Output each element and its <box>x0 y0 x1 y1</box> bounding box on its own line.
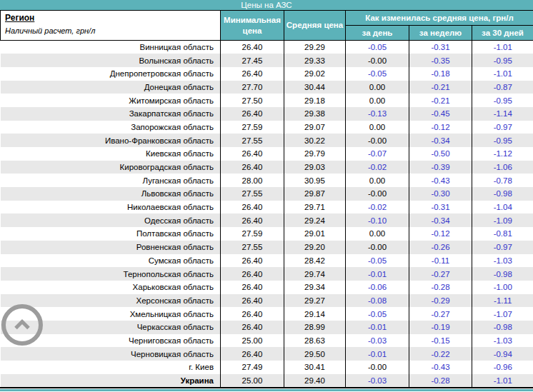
change-week-cell: -0.22 <box>409 347 472 361</box>
min-price-cell: 28.00 <box>221 174 284 187</box>
change-day-header: за день <box>346 26 409 41</box>
fuel-prices-page: Цены на АЗС Регион Наличный расчет, грн/… <box>0 0 533 391</box>
region-cell: Житомирская область <box>1 94 221 107</box>
change-month-cell: -0.87 <box>472 81 533 94</box>
table-row: Запорожская область27.5929.070.00-0.12-0… <box>1 121 533 134</box>
avg-price-cell: 29.14 <box>284 307 346 321</box>
change-month-cell: -0.94 <box>472 347 533 361</box>
min-price-cell: 27.49 <box>221 361 284 374</box>
table-row: Тернопольская область26.4029.74-0.01-0.2… <box>1 267 533 281</box>
change-month-cell: -1.09 <box>472 213 533 227</box>
table-row: Сумская область26.4028.42-0.05-0.11-1.03 <box>1 254 533 268</box>
change-day-cell: -0.07 <box>346 147 409 161</box>
change-day-cell: -0.13 <box>346 107 409 121</box>
change-week-cell: -0.28 <box>409 281 472 294</box>
change-week-cell: -0.18 <box>409 67 472 81</box>
avg-price-cell: 28.99 <box>284 321 346 334</box>
avg-price-cell: 29.50 <box>284 347 346 361</box>
change-month-cell: -0.97 <box>472 121 533 134</box>
avg-price-cell: 29.71 <box>284 201 346 214</box>
region-cell: Винницкая область <box>1 41 221 54</box>
avg-price-cell: 29.40 <box>284 374 346 388</box>
change-week-cell: -0.27 <box>409 267 472 281</box>
region-cell: Запорожская область <box>1 121 221 134</box>
min-price-cell: 26.40 <box>221 41 284 54</box>
change-month-cell: -0.97 <box>472 241 533 254</box>
table-row: г. Киев27.4930.41-0.00-0.43-0.96 <box>1 361 533 374</box>
change-week-cell: -0.26 <box>409 241 472 254</box>
avg-price-cell: 29.24 <box>284 213 346 227</box>
table-header: Регион Наличный расчет, грн/л Минимальна… <box>1 11 533 41</box>
chevron-up-icon <box>9 312 35 338</box>
min-price-cell: 26.40 <box>221 107 284 121</box>
change-day-cell: 0.00 <box>346 81 409 94</box>
change-month-cell: -1.03 <box>472 334 533 348</box>
change-month-cell: -1.07 <box>472 307 533 321</box>
table-row: Волынская область27.4529.33-0.00-0.35-0.… <box>1 54 533 67</box>
region-header-title: Регион <box>5 13 220 23</box>
change-week-cell: -0.19 <box>409 321 472 334</box>
change-month-cell: -0.96 <box>472 361 533 374</box>
region-cell: Днепропетровская область <box>1 67 221 81</box>
change-week-cell: -0.45 <box>409 107 472 121</box>
min-price-cell: 25.00 <box>221 374 284 388</box>
table-row: Харьковская область26.4029.34-0.06-0.28-… <box>1 281 533 294</box>
avg-price-cell: 29.87 <box>284 187 346 201</box>
change-week-cell: -0.31 <box>409 41 472 54</box>
min-price-cell: 27.55 <box>221 241 284 254</box>
change-day-cell: -0.00 <box>346 361 409 374</box>
change-week-cell: -0.12 <box>409 227 472 241</box>
region-cell: Кировоградская область <box>1 161 221 174</box>
change-day-cell: -0.10 <box>346 213 409 227</box>
avg-price-cell: 29.79 <box>284 147 346 161</box>
table-row: Николаевская область26.4029.71-0.02-0.31… <box>1 201 533 214</box>
change-week-cell: -0.35 <box>409 54 472 67</box>
change-month-cell: -0.98 <box>472 321 533 334</box>
table-row: Одесская область26.4029.24-0.10-0.34-1.0… <box>1 213 533 227</box>
change-month-cell: -0.81 <box>472 227 533 241</box>
region-cell: Харьковская область <box>1 281 221 294</box>
bottom-teal-bar <box>0 389 533 391</box>
avg-price-cell: 29.02 <box>284 67 346 81</box>
change-month-header: за 30 дней <box>472 26 533 41</box>
min-price-cell: 26.40 <box>221 254 284 268</box>
region-cell: Тернопольская область <box>1 267 221 281</box>
region-cell: Донецкая область <box>1 81 221 94</box>
change-day-cell: -0.00 <box>346 134 409 147</box>
avg-price-cell: 29.03 <box>284 161 346 174</box>
change-week-cell: -0.34 <box>409 213 472 227</box>
table-row: Житомирская область27.5029.180.00-0.21-0… <box>1 94 533 107</box>
change-week-cell: -0.30 <box>409 187 472 201</box>
min-price-cell: 25.00 <box>221 334 284 348</box>
min-price-cell: 26.40 <box>221 147 284 161</box>
change-week-cell: -0.11 <box>409 254 472 268</box>
avg-price-cell: 29.74 <box>284 267 346 281</box>
min-price-cell: 27.50 <box>221 94 284 107</box>
min-price-cell: 27.45 <box>221 54 284 67</box>
change-day-cell: -0.03 <box>346 374 409 388</box>
change-day-cell: -0.01 <box>346 347 409 361</box>
change-month-cell: -1.03 <box>472 254 533 268</box>
table-row: Черкасская область26.4028.99-0.01-0.19-0… <box>1 321 533 334</box>
region-cell: Черновицкая область <box>1 347 221 361</box>
change-day-cell: -0.05 <box>346 67 409 81</box>
min-price-cell: 26.40 <box>221 347 284 361</box>
change-month-cell: -1.01 <box>472 41 533 54</box>
table-row: Львовская область27.5529.87-0.00-0.30-0.… <box>1 187 533 201</box>
change-week-header: за неделю <box>409 26 472 41</box>
region-cell: Киевская область <box>1 147 221 161</box>
scroll-top-button[interactable] <box>1 304 43 346</box>
min-price-cell: 26.40 <box>221 307 284 321</box>
region-cell: Луганская область <box>1 174 221 187</box>
change-day-cell: 0.00 <box>346 121 409 134</box>
min-price-cell: 27.59 <box>221 227 284 241</box>
change-week-cell: -0.21 <box>409 94 472 107</box>
min-price-cell: 26.40 <box>221 67 284 81</box>
change-week-cell: -0.43 <box>409 361 472 374</box>
avg-price-cell: 29.20 <box>284 241 346 254</box>
region-cell: Волынская область <box>1 54 221 67</box>
change-day-cell: -0.06 <box>346 281 409 294</box>
avg-price-cell: 29.01 <box>284 227 346 241</box>
table-row: Закарпатская область26.4029.38-0.13-0.45… <box>1 107 533 121</box>
table-row: Кировоградская область26.4029.03-0.02-0.… <box>1 161 533 174</box>
